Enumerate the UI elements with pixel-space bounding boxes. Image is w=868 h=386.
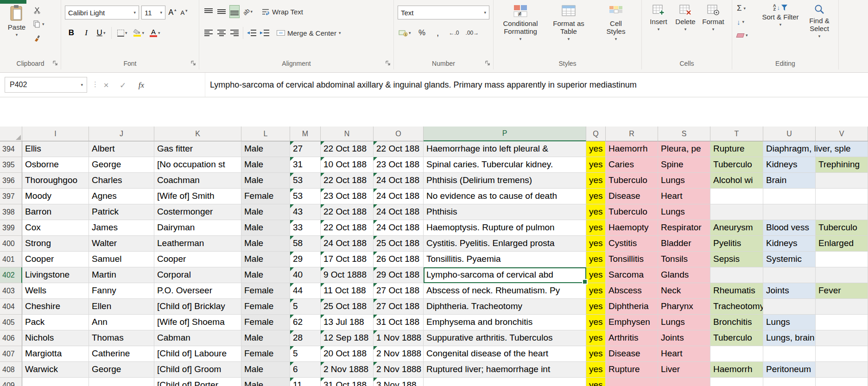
cell-K405[interactable]: [Wife of] Shoema (154, 315, 241, 330)
cell-V402[interactable] (816, 267, 868, 283)
insert-cells-button[interactable]: Insert ▾ (646, 4, 672, 32)
delete-cells-button[interactable]: Delete ▾ (672, 4, 698, 32)
row-header-401[interactable]: 401 (0, 252, 22, 267)
cell-K399[interactable]: Dairyman (154, 220, 241, 236)
cell-J395[interactable]: George (89, 157, 154, 173)
cell-J396[interactable]: Charles (89, 173, 154, 189)
clipboard-dialog-launcher[interactable] (52, 60, 58, 66)
cell-L408[interactable]: Male (241, 362, 290, 378)
cell-U409[interactable] (763, 378, 816, 386)
number-dialog-launcher[interactable] (485, 60, 491, 66)
cell-L394[interactable]: Male (241, 141, 290, 157)
cell-N407[interactable]: 20 Oct 188 (321, 346, 374, 362)
cell-I397[interactable]: Moody (22, 189, 89, 204)
cell-N408[interactable]: 2 Nov 1888 (321, 362, 374, 378)
row-header-397[interactable]: 397 (0, 189, 22, 204)
cell-S395[interactable]: Spine (658, 157, 710, 173)
cell-M408[interactable]: 6 (290, 362, 321, 378)
cell-N396[interactable]: 22 Oct 188 (321, 173, 374, 189)
column-header-L[interactable]: L (241, 127, 290, 141)
cell-I398[interactable]: Barron (22, 204, 89, 220)
cell-R401[interactable]: Tonsillitis (606, 252, 658, 267)
cell-T409[interactable] (710, 378, 763, 386)
cell-V408[interactable] (816, 362, 868, 378)
cell-O398[interactable]: 24 Oct 188 (374, 204, 424, 220)
cell-N395[interactable]: 10 Oct 188 (321, 157, 374, 173)
cell-N394[interactable]: 22 Oct 188 (321, 141, 374, 157)
row-header-406[interactable]: 406 (0, 330, 22, 346)
column-header-O[interactable]: O (374, 127, 424, 141)
percent-style-button[interactable]: % (418, 27, 427, 39)
cell-K394[interactable]: Gas fitter (154, 141, 241, 157)
cell-M405[interactable]: 62 (290, 315, 321, 330)
format-cells-button[interactable]: Format ▾ (699, 4, 727, 32)
cell-J409[interactable] (89, 378, 154, 386)
cell-T394[interactable]: Rupture (710, 141, 763, 157)
underline-button[interactable]: U ▾ (96, 27, 106, 39)
cell-K396[interactable]: Coachman (154, 173, 241, 189)
cell-M394[interactable]: 27 (290, 141, 321, 157)
column-header-R[interactable]: R (606, 127, 658, 141)
cell-R403[interactable]: Abscess (606, 283, 658, 299)
cell-P402[interactable]: Lympho-sarcoma of cervical abd (424, 267, 586, 283)
row-header-407[interactable]: 407 (0, 346, 22, 362)
cell-N404[interactable]: 25 Oct 188 (321, 299, 374, 315)
column-header-P[interactable]: P (424, 127, 586, 141)
cell-K409[interactable]: [Child of] Porter (154, 378, 241, 386)
cell-O401[interactable]: 26 Oct 188 (374, 252, 424, 267)
cell-Q408[interactable]: yes (586, 362, 606, 378)
cell-U406[interactable]: Lungs, brain (763, 330, 816, 346)
cell-U403[interactable]: Joints (763, 283, 816, 299)
row-header-404[interactable]: 404 (0, 299, 22, 315)
clear-button[interactable]: ▾ (737, 31, 748, 40)
cell-Q397[interactable]: yes (586, 189, 606, 204)
cell-J399[interactable]: James (89, 220, 154, 236)
column-header-T[interactable]: T (710, 127, 763, 141)
merge-center-button[interactable]: Merge & Center ▾ (277, 29, 341, 37)
cell-J402[interactable]: Martin (89, 267, 154, 283)
cell-P409[interactable] (424, 378, 586, 386)
cell-T406[interactable]: Tuberculo (710, 330, 763, 346)
row-header-395[interactable]: 395 (0, 157, 22, 173)
cell-V400[interactable]: Enlarged (816, 236, 868, 252)
cell-P400[interactable]: Cystitis. Pyelitis. Enlarged prosta (424, 236, 586, 252)
cell-I395[interactable]: Osborne (22, 157, 89, 173)
insert-function-icon[interactable]: fx (134, 79, 148, 92)
cell-L398[interactable]: Male (241, 204, 290, 220)
cell-O399[interactable]: 24 Oct 188 (374, 220, 424, 236)
cell-Q409[interactable]: yes (586, 378, 606, 386)
column-header-Q[interactable]: Q (586, 127, 606, 141)
fill-color-button[interactable]: ▾ (133, 27, 145, 39)
cell-U404[interactable] (763, 299, 816, 315)
increase-font-size-button[interactable]: A ▴ (168, 6, 177, 19)
cell-Q398[interactable]: yes (586, 204, 606, 220)
borders-button[interactable]: ▾ (117, 27, 127, 39)
cell-M399[interactable]: 33 (290, 220, 321, 236)
bold-button[interactable]: B (67, 27, 76, 39)
cell-K395[interactable]: [No occupation st (154, 157, 241, 173)
cell-N403[interactable]: 11 Oct 188 (321, 283, 374, 299)
cell-N398[interactable]: 22 Oct 188 (321, 204, 374, 220)
cut-button[interactable] (33, 6, 44, 15)
cell-Q395[interactable]: yes (586, 157, 606, 173)
decrease-indent-button[interactable] (247, 27, 256, 39)
find-select-button[interactable]: Find & Select ▾ (801, 4, 838, 38)
cell-P403[interactable]: Abscess of neck. Rheumatism. Py (424, 283, 586, 299)
cell-N402[interactable]: 9 Oct 1888 (321, 267, 374, 283)
cell-I399[interactable]: Cox (22, 220, 89, 236)
font-color-button[interactable]: A ▾ (150, 27, 160, 39)
column-header-V[interactable]: V (816, 127, 868, 141)
cell-P397[interactable]: No evidence as to cause of death (424, 189, 586, 204)
cell-T400[interactable]: Pyelitis (710, 236, 763, 252)
cancel-icon[interactable]: × (99, 79, 113, 92)
cell-P404[interactable]: Diphtheria. Tracheotomy (424, 299, 586, 315)
cell-L399[interactable]: Male (241, 220, 290, 236)
alignment-dialog-launcher[interactable] (385, 60, 391, 66)
name-box[interactable]: P402 ▾ (5, 77, 87, 93)
column-header-S[interactable]: S (658, 127, 710, 141)
cell-T397[interactable] (710, 189, 763, 204)
font-dialog-launcher[interactable] (190, 60, 196, 66)
cell-V397[interactable] (816, 189, 868, 204)
cell-O407[interactable]: 2 Nov 1888 (374, 346, 424, 362)
cell-L396[interactable]: Male (241, 173, 290, 189)
